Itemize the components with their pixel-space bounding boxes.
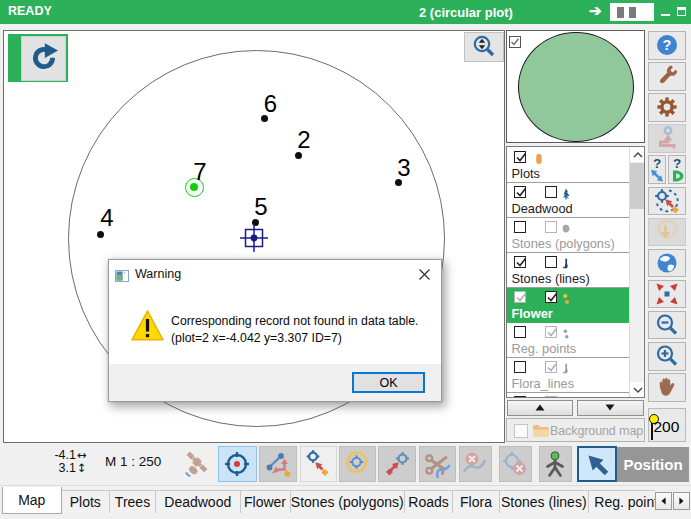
layer-row-plots[interactable]: Plots [507,148,630,183]
position-button[interactable]: Position [617,447,689,483]
layer-row-flower[interactable]: Flower [507,288,630,323]
zoom-in-button[interactable] [648,342,686,371]
background-map-checkbox[interactable] [514,424,528,438]
tab-flower[interactable]: Flower [241,490,291,513]
coord-arrows-icon: ↔↕ [77,449,87,475]
move-points-button[interactable] [648,187,686,216]
tab-plots[interactable]: Plots [62,490,111,513]
help-icon: ? [649,32,685,59]
map-point-dot[interactable] [97,231,104,238]
plot-overview[interactable] [506,30,645,143]
scrollbar-thumb[interactable] [630,163,645,209]
snap-point-button[interactable] [378,446,416,482]
layer-checkbox[interactable] [514,361,526,373]
help-data-button[interactable]: ? [668,155,687,184]
layer-checkbox[interactable] [545,221,557,233]
pause-button[interactable] [610,3,654,21]
map-scale-label: M 1 : 250 [105,454,161,469]
zoom-dynamic-button[interactable] [464,32,504,62]
select-button[interactable] [577,446,617,482]
reg-points-icon [560,326,572,338]
layer-checkbox[interactable] [514,186,526,198]
tab-stones-polygons-[interactable]: Stones (polygons) [291,490,406,513]
tools-button[interactable] [648,62,686,91]
globe-icon [649,250,685,277]
layer-row-deadwood[interactable]: Deadwood [507,183,630,218]
restore-button[interactable] [677,7,686,16]
layer-checkbox[interactable] [514,151,526,163]
overview-plot-shape [518,32,634,142]
layer-checkbox[interactable] [545,291,557,303]
help-button[interactable]: ? [648,31,686,60]
tab-flora[interactable]: Flora [453,490,500,513]
dialog-close-button[interactable] [413,264,435,284]
tab-scroll-right-button[interactable] [673,492,690,510]
overview-checkbox[interactable] [509,34,521,52]
polygon-down-icon [649,219,685,246]
line-delete-icon [460,447,491,481]
flora-lines-icon [560,361,572,373]
polygon-target-button[interactable] [339,446,376,482]
help-move-button[interactable]: ? [648,155,667,184]
tab-trees[interactable]: Trees [110,490,156,513]
layer-checkbox[interactable] [514,291,526,303]
tab-reg-points[interactable]: Reg. points [589,490,656,513]
target-button[interactable] [218,446,258,482]
scale-slider[interactable]: 200 [648,408,687,443]
layer-row-stones-polygons-[interactable]: Stones (polygons) [507,218,630,253]
pan-button[interactable] [648,373,686,402]
layer-up-button[interactable] [507,400,574,416]
zoom-extent-button[interactable] [648,280,686,309]
layer-checkbox[interactable] [545,361,557,373]
layer-checkbox[interactable] [514,221,526,233]
delete-line-button[interactable] [459,446,492,482]
point-delete-icon [500,447,531,481]
forward-arrow-icon[interactable]: ➔ [589,2,602,20]
tab-stones-lines-[interactable]: Stones (lines) [500,490,589,513]
target-icon [219,447,257,481]
tab-deadwood[interactable]: Deadwood [156,490,241,513]
stones-polygons-icon [560,221,572,233]
zoom-out-button[interactable] [648,311,686,340]
layer-checkbox[interactable] [545,326,557,338]
layer-checkbox[interactable] [545,396,557,398]
vertical-arrow-icon: ↕ [77,462,87,475]
dialog-title-bar[interactable]: Warning [109,260,441,290]
rotate-view-button[interactable] [8,34,68,82]
pause-bar [617,7,624,18]
tab-scroll-left-button[interactable] [655,492,672,510]
add-line-button[interactable] [259,446,298,482]
map-point-label: 3 [397,156,410,180]
layer-checkbox[interactable] [545,256,557,268]
layer-checkbox[interactable] [514,326,526,338]
layer-row-reg-points[interactable]: Reg. points [507,323,630,358]
layer-down-button[interactable] [577,400,644,416]
layer-row[interactable] [507,393,630,398]
help-data-icon: ? [669,156,686,183]
layer-label: Stones (polygons) [512,236,615,251]
layer-row-flora-lines[interactable]: Flora_lines [507,358,630,393]
layer-checkbox[interactable] [514,256,526,268]
gps-button[interactable] [181,446,213,482]
ok-button[interactable]: OK [352,372,425,393]
svg-text:?: ? [653,157,661,171]
minimize-button[interactable] [661,14,670,16]
scroll-up-button[interactable] [630,147,645,162]
background-map-row[interactable]: Background map [506,418,645,442]
layer-checkbox[interactable] [514,396,526,398]
layer-row-stones-lines-[interactable]: Stones (lines) [507,253,630,288]
scroll-down-button[interactable] [630,382,645,397]
cut-button[interactable] [419,446,456,482]
slider-track[interactable] [651,415,653,440]
pause-bar [629,7,636,18]
tab-map[interactable]: Map [2,487,62,514]
coord-y: 3.1 [42,462,76,475]
person-button[interactable] [539,446,573,482]
globe-button[interactable] [648,249,686,278]
layer-list-scrollbar[interactable] [629,147,644,397]
delete-point-button[interactable] [499,446,532,482]
tab-roads[interactable]: Roads [405,490,453,513]
move-point-button[interactable] [300,446,337,482]
settings-button[interactable] [648,93,686,122]
layer-checkbox[interactable] [545,186,557,198]
